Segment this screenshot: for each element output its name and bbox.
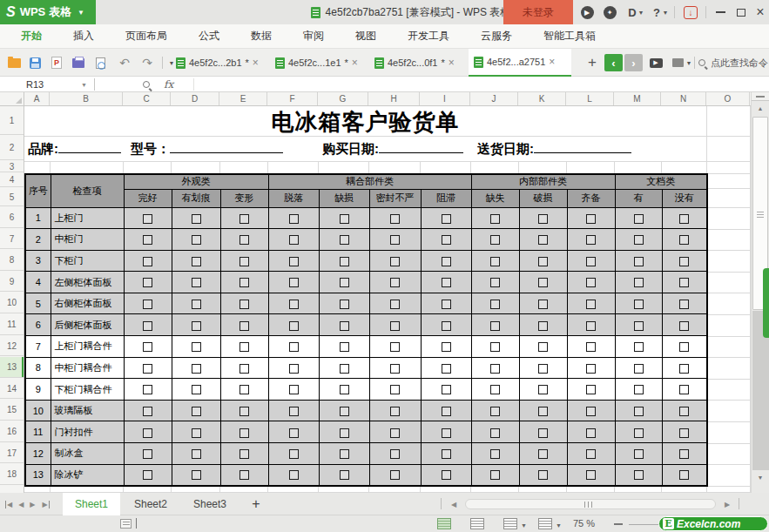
checkbox-cell[interactable] xyxy=(124,272,172,293)
checkbox-cell[interactable] xyxy=(319,400,369,421)
chevron-down-icon[interactable]: ▼ xyxy=(556,522,562,529)
checkbox-cell[interactable] xyxy=(268,421,319,443)
field-blank-line[interactable] xyxy=(170,141,283,153)
checkbox-cell[interactable] xyxy=(172,207,220,229)
column-header-H[interactable]: H xyxy=(368,92,420,105)
checkbox-cell[interactable] xyxy=(172,272,220,293)
save-button[interactable] xyxy=(26,49,44,77)
check-box[interactable] xyxy=(442,257,451,266)
split-handle[interactable] xyxy=(752,92,769,101)
check-box[interactable] xyxy=(634,385,644,394)
check-box[interactable] xyxy=(340,407,349,416)
serial-cell[interactable]: 13 xyxy=(25,464,51,486)
serial-cell[interactable]: 12 xyxy=(25,443,51,465)
sub-header-cell[interactable]: 阻滞 xyxy=(421,189,471,207)
check-box[interactable] xyxy=(679,235,689,245)
column-header-L[interactable]: L xyxy=(566,92,614,105)
check-box[interactable] xyxy=(239,470,249,480)
sub-header-cell[interactable]: 没有 xyxy=(662,189,707,207)
checkbox-cell[interactable] xyxy=(471,443,519,465)
checkbox-cell[interactable] xyxy=(421,272,471,293)
sidebar-handle[interactable] xyxy=(763,268,769,338)
checkbox-cell[interactable] xyxy=(421,357,471,379)
checkbox-cell[interactable] xyxy=(421,400,471,421)
row-header-17[interactable]: 17 xyxy=(0,443,24,464)
check-box[interactable] xyxy=(490,449,500,459)
zoom-out-button[interactable] xyxy=(614,523,623,525)
page-break-view-button[interactable] xyxy=(470,518,484,529)
chevron-down-icon[interactable]: ▼ xyxy=(521,522,527,529)
checkbox-cell[interactable] xyxy=(471,293,519,314)
checkbox-cell[interactable] xyxy=(369,272,421,293)
checkbox-cell[interactable] xyxy=(662,250,707,272)
check-box[interactable] xyxy=(143,364,152,374)
checkbox-cell[interactable] xyxy=(662,443,707,465)
check-box[interactable] xyxy=(634,257,644,266)
serial-cell[interactable]: 1 xyxy=(25,207,51,229)
serial-cell[interactable]: 9 xyxy=(25,379,51,401)
sub-header-cell[interactable]: 缺失 xyxy=(471,189,519,207)
checkbox-cell[interactable] xyxy=(615,293,662,314)
serial-cell[interactable]: 3 xyxy=(25,250,51,272)
check-box[interactable] xyxy=(538,300,548,309)
checkbox-cell[interactable] xyxy=(471,207,519,229)
serial-cell[interactable]: 4 xyxy=(25,272,51,293)
check-box[interactable] xyxy=(289,300,299,309)
check-box[interactable] xyxy=(390,257,400,266)
document-tab-1[interactable]: 4e5f2c...1e1*× xyxy=(270,49,369,77)
checkbox-cell[interactable] xyxy=(172,293,220,314)
checkbox-cell[interactable] xyxy=(220,443,268,465)
item-name-cell[interactable]: 中柜门 xyxy=(51,229,124,251)
scroll-up-icon[interactable]: ▲ xyxy=(752,101,769,115)
check-box[interactable] xyxy=(679,257,689,266)
serial-cell[interactable]: 8 xyxy=(25,357,51,379)
checkbox-cell[interactable] xyxy=(519,207,567,229)
checkbox-cell[interactable] xyxy=(220,250,268,272)
item-name-cell[interactable]: 右侧柜体面板 xyxy=(51,293,124,314)
check-box[interactable] xyxy=(679,300,689,309)
check-box[interactable] xyxy=(679,342,689,352)
check-box[interactable] xyxy=(442,278,451,287)
item-name-cell[interactable]: 玻璃隔板 xyxy=(51,400,124,421)
check-box[interactable] xyxy=(490,385,500,394)
checkbox-cell[interactable] xyxy=(421,464,471,486)
row-header-6[interactable]: 6 xyxy=(0,207,24,228)
item-name-cell[interactable]: 左侧柜体面板 xyxy=(51,272,124,293)
row-header-1[interactable]: 1 xyxy=(0,106,24,135)
check-box[interactable] xyxy=(490,407,500,416)
checkbox-cell[interactable] xyxy=(124,250,172,272)
checkbox-cell[interactable] xyxy=(369,464,421,486)
reading-view-button[interactable] xyxy=(538,518,552,529)
check-box[interactable] xyxy=(442,385,451,394)
check-box[interactable] xyxy=(538,470,548,480)
check-box[interactable] xyxy=(239,449,249,459)
checkbox-cell[interactable] xyxy=(567,464,615,486)
undo-button[interactable]: ↶ xyxy=(115,49,134,77)
checkbox-cell[interactable] xyxy=(369,207,421,229)
check-box[interactable] xyxy=(143,385,152,394)
checkbox-cell[interactable] xyxy=(519,357,567,379)
check-box[interactable] xyxy=(390,278,400,287)
check-box[interactable] xyxy=(634,342,644,352)
select-all-corner[interactable] xyxy=(0,92,24,105)
sub-header-cell[interactable]: 脱落 xyxy=(268,189,319,207)
check-box[interactable] xyxy=(289,278,299,287)
check-box[interactable] xyxy=(192,235,201,245)
check-box[interactable] xyxy=(192,428,201,438)
group-header-cell[interactable]: 耦合部件类 xyxy=(268,174,471,189)
checkbox-cell[interactable] xyxy=(615,207,662,229)
check-box[interactable] xyxy=(143,470,152,480)
checkbox-cell[interactable] xyxy=(268,336,319,358)
serial-header-cell[interactable]: 序号 xyxy=(25,174,51,207)
check-box[interactable] xyxy=(289,214,299,224)
check-box[interactable] xyxy=(340,278,349,287)
close-tab-icon[interactable]: × xyxy=(253,57,259,69)
hscroll-left-icon[interactable]: ◀ xyxy=(451,493,456,515)
item-name-cell[interactable]: 下柜门 xyxy=(51,250,124,272)
check-box[interactable] xyxy=(340,214,349,224)
checkbox-cell[interactable] xyxy=(615,421,662,443)
check-box[interactable] xyxy=(634,214,644,224)
chevron-down-icon[interactable]: ▼ xyxy=(637,0,645,24)
column-header-B[interactable]: B xyxy=(50,92,123,105)
check-box[interactable] xyxy=(490,257,500,266)
